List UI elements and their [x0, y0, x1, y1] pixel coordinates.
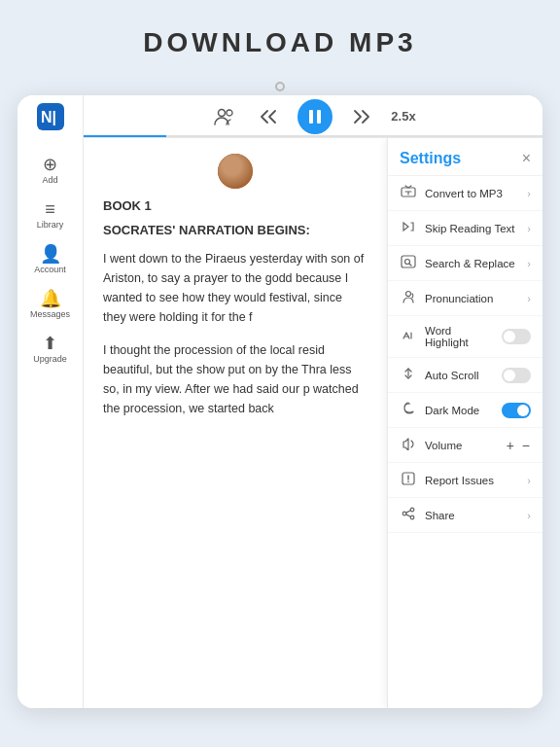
rewind-button[interactable]	[255, 103, 282, 130]
account-icon: 👤	[40, 245, 61, 263]
book-chapter: BOOK 1	[103, 198, 368, 213]
scroll-icon	[400, 367, 417, 383]
book-paragraph-2: I thought the procession of the local re…	[103, 340, 368, 418]
sidebar-item-library[interactable]: ≡ Library	[18, 195, 83, 235]
sidebar-upgrade-label: Upgrade	[33, 354, 67, 364]
report-icon	[400, 472, 417, 488]
speed-button[interactable]: 2.5x	[391, 109, 415, 124]
search-replace-chevron: ›	[527, 258, 531, 269]
sidebar-library-label: Library	[37, 220, 64, 230]
auto-scroll-toggle[interactable]	[502, 368, 531, 383]
book-paragraph-1: I went down to the Piraeus yesterday wit…	[103, 249, 368, 327]
volume-icon	[400, 437, 417, 453]
pause-button[interactable]	[298, 99, 332, 134]
settings-item-search-replace[interactable]: Search & Replace ›	[388, 246, 542, 281]
svg-point-11	[410, 508, 414, 512]
convert-mp3-label: Convert to MP3	[425, 188, 519, 199]
sidebar-item-upgrade[interactable]: ⬆ Upgrade	[18, 329, 83, 370]
convert-mp3-chevron: ›	[527, 188, 531, 199]
library-icon: ≡	[45, 200, 55, 218]
moon-icon	[400, 402, 417, 418]
avatar-image	[218, 154, 253, 189]
sidebar-item-add[interactable]: ⊕ Add	[18, 150, 83, 191]
sidebar-account-label: Account	[34, 265, 66, 274]
share-chevron: ›	[527, 510, 531, 521]
search-replace-label: Search & Replace	[425, 258, 519, 269]
settings-item-convert-mp3[interactable]: Convert to MP3 ›	[388, 176, 542, 211]
pronunciation-chevron: ›	[527, 293, 531, 304]
pronunciation-label: Pronunciation	[425, 293, 519, 304]
settings-title: Settings	[400, 150, 461, 167]
upgrade-icon: ⬆	[43, 335, 57, 352]
page-title: DOWNLOAD MP3	[0, 27, 560, 58]
svg-rect-5	[317, 110, 321, 124]
svg-point-12	[410, 516, 414, 519]
dark-mode-label: Dark Mode	[425, 405, 494, 416]
sidebar-messages-label: Messages	[30, 309, 70, 319]
app-container: N| ⊕ Add ≡ Library 👤 Account 🔔 Messages …	[18, 95, 542, 708]
volume-controls: + −	[506, 438, 531, 453]
skip-reading-chevron: ›	[527, 223, 531, 234]
share-icon	[400, 507, 417, 523]
settings-item-dark-mode[interactable]: Dark Mode	[388, 393, 542, 428]
reader-area: BOOK 1 SOCRATES' NARRATION BEGINS: I wen…	[84, 138, 542, 708]
word-highlight-toggle[interactable]	[502, 329, 531, 344]
word-highlight-label: Word Highlight	[425, 325, 494, 348]
svg-point-9	[406, 292, 411, 297]
skip-reading-label: Skip Reading Text	[425, 223, 519, 234]
player-bar: 2.5x	[84, 95, 542, 138]
settings-item-auto-scroll[interactable]: Auto Scroll	[388, 358, 542, 393]
settings-item-skip-reading[interactable]: Skip Reading Text ›	[388, 211, 542, 246]
progress-bar	[84, 135, 542, 137]
add-icon: ⊕	[43, 156, 57, 173]
settings-close-button[interactable]: ×	[522, 151, 531, 166]
page-header: DOWNLOAD MP3	[0, 0, 560, 76]
sidebar: N| ⊕ Add ≡ Library 👤 Account 🔔 Messages …	[18, 95, 84, 708]
report-issues-label: Report Issues	[425, 475, 519, 486]
dark-mode-toggle[interactable]	[502, 403, 531, 418]
svg-rect-4	[309, 110, 313, 124]
mp3-icon	[400, 185, 417, 201]
settings-header: Settings ×	[388, 138, 542, 176]
svg-point-3	[227, 110, 232, 116]
volume-up-button[interactable]: +	[506, 438, 515, 453]
settings-item-share[interactable]: Share ›	[388, 498, 542, 533]
volume-down-button[interactable]: −	[521, 438, 531, 453]
svg-text:N|: N|	[41, 109, 56, 125]
settings-item-pronunciation[interactable]: Pronunciation ›	[388, 281, 542, 316]
svg-point-2	[219, 109, 226, 116]
highlight-icon	[400, 329, 417, 345]
book-content: BOOK 1 SOCRATES' NARRATION BEGINS: I wen…	[84, 138, 387, 708]
device-frame: N| ⊕ Add ≡ Library 👤 Account 🔔 Messages …	[18, 95, 542, 708]
report-issues-chevron: ›	[527, 475, 531, 486]
bell-icon: 🔔	[40, 290, 61, 307]
main-content: 2.5x BOOK 1 SOCRATES' NARRATION BEGINS:	[84, 95, 542, 708]
book-section: SOCRATES' NARRATION BEGINS:	[103, 223, 368, 237]
forward-button[interactable]	[348, 103, 375, 130]
avatar	[218, 154, 253, 189]
sidebar-item-account[interactable]: 👤 Account	[18, 239, 83, 280]
app-logo[interactable]: N|	[37, 103, 64, 134]
sidebar-add-label: Add	[42, 175, 57, 185]
skip-icon	[400, 220, 417, 236]
settings-panel: Settings × Convert to MP3	[387, 138, 542, 708]
settings-item-volume[interactable]: Volume + −	[388, 428, 542, 463]
indicator-dot	[275, 82, 285, 91]
volume-label: Volume	[425, 440, 498, 451]
sidebar-item-messages[interactable]: 🔔 Messages	[18, 284, 83, 325]
avatar-row	[103, 154, 368, 189]
person-icon-btn[interactable]	[210, 104, 239, 129]
auto-scroll-label: Auto Scroll	[425, 370, 494, 381]
svg-rect-7	[402, 256, 415, 267]
settings-item-word-highlight[interactable]: Word Highlight	[388, 316, 542, 358]
search-replace-icon	[400, 255, 417, 271]
progress-fill	[84, 135, 166, 137]
share-label: Share	[425, 510, 519, 521]
pronunciation-icon	[400, 290, 417, 306]
settings-item-report-issues[interactable]: Report Issues ›	[388, 463, 542, 498]
